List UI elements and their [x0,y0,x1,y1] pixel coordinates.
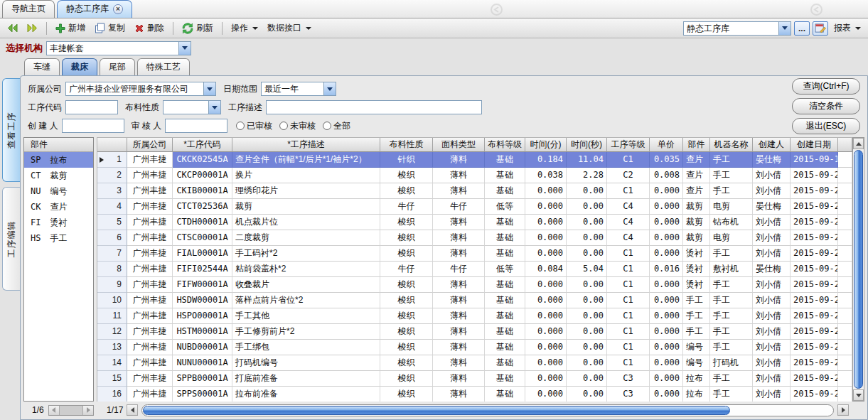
table-row[interactable]: 7广州丰捷FIAL00001A手工码衬*2梭织薄料基础0.0000.00C10.… [97,246,852,262]
grid-cell[interactable]: 薄料 [433,168,485,183]
grid-cell[interactable]: 刘小倩 [753,230,791,246]
grid-cell[interactable]: 手工 [710,277,753,293]
grid-cell[interactable]: 基础 [485,308,525,324]
grid-cell[interactable]: 低等 [485,199,525,215]
clear-conditions-button[interactable]: 清空条件 [792,98,860,114]
table-row[interactable]: 5广州丰捷CTDH00001A机点裁片位梭织薄料基础0.0000.00C40.0… [97,215,852,230]
grid-cell[interactable]: 手工 [710,168,753,183]
grid-cell[interactable]: 2015-09-22 [791,199,838,215]
report-menu-button[interactable]: 报表 [831,21,864,36]
grid-cell[interactable]: 裁剪 [683,230,710,246]
grid-cell[interactable]: 梭织 [380,308,433,324]
grid-cell[interactable]: 刘小倩 [753,308,791,324]
tab-static-process-library[interactable]: 静态工序库 × [57,0,132,18]
grid-cell[interactable]: 梭织 [380,183,433,199]
grid-cell[interactable]: 0.035 [650,152,683,168]
grid-cell[interactable]: 基础 [485,152,525,168]
grid-cell[interactable]: 2015-09-22 [791,277,838,293]
grid-cell[interactable]: 刘小倩 [753,168,791,183]
grid-cell[interactable]: 薄料 [433,183,485,199]
grid-cell[interactable]: 手工 [710,340,753,355]
scrollbar-thumb[interactable] [854,150,863,389]
operation-menu-button[interactable]: 操作 [228,21,261,36]
parts-list-item[interactable]: SP拉布 [24,152,93,168]
grid-cell[interactable]: C1 [607,262,650,277]
grid-cell[interactable]: 基础 [485,215,525,230]
grid-cell[interactable]: 牛仔 [380,262,433,277]
process-code-input[interactable] [65,100,118,114]
grid-cell[interactable]: 2015-09-22 [791,371,838,387]
grid-cell[interactable]: 梭织 [380,387,433,402]
view-selector-combobox[interactable]: 静态工序库 [683,21,791,36]
grid-cell[interactable]: 刘小倩 [753,277,791,293]
grid-cell[interactable]: 梭织 [380,355,433,371]
grid-cell[interactable]: 0.00 [567,371,607,387]
grid-cell[interactable]: 薄料 [433,387,485,402]
grid-cell[interactable]: FIFW00001A [173,277,232,293]
grid-cell[interactable]: 0.000 [650,371,683,387]
grid-cell[interactable]: 基础 [485,355,525,371]
grid-cell[interactable]: 牛仔 [433,199,485,215]
grid-cell[interactable]: 薄料 [433,246,485,262]
date-range-combobox[interactable]: 最近一年 [261,82,336,96]
grid-cell[interactable]: 手工 [683,308,710,324]
grid-cell[interactable]: 广州丰捷 [127,152,173,168]
nav-back-button[interactable] [4,22,21,34]
grid-cell[interactable]: CTCT02536A [173,199,232,215]
grid-cell[interactable]: C1 [607,355,650,371]
grid-cell[interactable]: 0.000 [650,277,683,293]
grid-cell[interactable]: 牛仔 [380,199,433,215]
grid-cell[interactable]: 薄料 [433,293,485,308]
refresh-button[interactable]: 刷新 [179,21,216,36]
grid-cell[interactable]: 0.000 [525,277,567,293]
grid-cell[interactable]: 0.00 [567,324,607,340]
grid-cell[interactable]: 0.00 [567,215,607,230]
grid-cell[interactable]: 拉布前准备 [232,387,380,402]
grid-cell[interactable]: 薄料 [433,215,485,230]
grid-cell[interactable]: 基础 [485,230,525,246]
grid-cell[interactable]: C3 [607,387,650,402]
grid-cell[interactable]: 薄料 [433,340,485,355]
grid-cell[interactable]: 敷衬机 [710,262,753,277]
grid-cell[interactable]: 基础 [485,168,525,183]
grid-cell[interactable]: 0.00 [567,355,607,371]
grid-cell[interactable]: 0.000 [525,215,567,230]
grid-cell[interactable]: 11.04 [567,152,607,168]
grid-cell[interactable]: 查片 [683,168,710,183]
copy-button[interactable]: 复制 [92,21,128,36]
grid-cell[interactable]: 刘小倩 [753,246,791,262]
grid-cell[interactable]: 广州丰捷 [127,262,173,277]
grid-cell[interactable]: 广州丰捷 [127,324,173,340]
grid-cell[interactable]: 梭织 [380,215,433,230]
grid-cell[interactable]: C1 [607,277,650,293]
side-tab-view-process[interactable]: 查看工序 [2,78,20,182]
grid-cell[interactable]: 刘小倩 [753,293,791,308]
grid-cell[interactable]: 手工 [683,324,710,340]
grid-cell[interactable]: 基础 [485,371,525,387]
grid-cell[interactable]: 基础 [485,340,525,355]
table-row[interactable]: 9广州丰捷FIFW00001A收叠裁片梭织薄料基础0.0000.00C10.00… [97,277,852,293]
grid-cell[interactable]: SPPB00001A [173,371,232,387]
grid-cell[interactable]: 手工 [710,183,753,199]
grid-cell[interactable]: 0.000 [650,215,683,230]
grid-column-header[interactable]: 布料等级 [485,138,525,152]
new-button[interactable]: 新增 [53,21,88,36]
grid-cell[interactable]: 晏仕梅 [753,262,791,277]
table-row[interactable]: 13广州丰捷NUBD00001A手工绑包梭织薄料基础0.0000.00C10.0… [97,340,852,355]
grid-cell[interactable]: 手工 [710,371,753,387]
grid-cell[interactable]: 基础 [485,277,525,293]
grid-cell[interactable]: 刘小倩 [753,215,791,230]
grid-cell[interactable]: 薄料 [433,355,485,371]
grid-cell[interactable]: 广州丰捷 [127,168,173,183]
grid-cell[interactable]: 2015-09-22 [791,324,838,340]
data-interface-menu-button[interactable]: 数据接口 [264,21,314,36]
process-desc-input[interactable] [266,100,482,114]
grid-cell[interactable]: 0.184 [525,152,567,168]
grid-column-header[interactable]: 部件 [683,138,710,152]
exit-button[interactable]: 退出(ESC) [792,118,860,134]
grid-cell[interactable]: 0.000 [650,340,683,355]
vertical-scroll-track[interactable] [853,149,864,389]
combo-dropdown-button[interactable] [778,22,791,35]
scroll-right-button[interactable] [82,406,93,415]
grid-cell[interactable]: 编号 [683,355,710,371]
